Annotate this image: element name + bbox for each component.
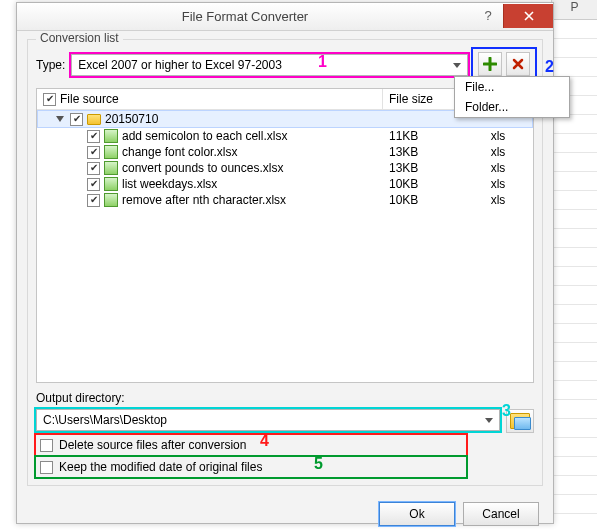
checkbox[interactable] xyxy=(40,439,53,452)
file-name: remove after nth character.xlsx xyxy=(122,193,286,207)
excel-icon xyxy=(104,177,118,191)
checkbox[interactable] xyxy=(40,461,53,474)
output-directory-dropdown[interactable]: C:\Users\Mars\Desktop xyxy=(36,409,500,431)
add-button[interactable] xyxy=(478,52,502,76)
group-title: Conversion list xyxy=(36,31,123,45)
output-label: Output directory: xyxy=(36,391,534,405)
file-name: change font color.xlsx xyxy=(122,145,237,159)
menu-item-file[interactable]: File... xyxy=(455,77,569,97)
file-name: add semicolon to each cell.xlsx xyxy=(122,129,287,143)
row-checkbox[interactable] xyxy=(87,178,100,191)
file-output: xls xyxy=(463,145,533,159)
header-checkbox[interactable] xyxy=(43,93,56,106)
file-name: list weekdays.xlsx xyxy=(122,177,217,191)
tree-file-row[interactable]: convert pounds to ounces.xlsx 13KB xls xyxy=(37,160,533,176)
file-output: xls xyxy=(463,177,533,191)
tree-file-row[interactable]: change font color.xlsx 13KB xls xyxy=(37,144,533,160)
output-path: C:\Users\Mars\Desktop xyxy=(43,413,167,427)
column-header-p: P xyxy=(552,0,597,20)
keep-date-option[interactable]: Keep the modified date of original files xyxy=(36,457,466,477)
x-icon xyxy=(512,58,524,70)
type-value: Excel 2007 or higher to Excel 97-2003 xyxy=(78,58,281,72)
tree-file-row[interactable]: remove after nth character.xlsx 10KB xls xyxy=(37,192,533,208)
file-tree[interactable]: File source File size Out 20150710 xyxy=(36,88,534,383)
delete-label: Delete source files after conversion xyxy=(59,438,246,452)
row-checkbox[interactable] xyxy=(87,162,100,175)
titlebar: File Format Converter ? xyxy=(17,3,553,31)
excel-icon xyxy=(104,145,118,159)
type-dropdown[interactable]: Excel 2007 or higher to Excel 97-2003 xyxy=(71,54,468,76)
file-output: xls xyxy=(463,193,533,207)
folder-open-icon xyxy=(510,413,530,429)
file-name: convert pounds to ounces.xlsx xyxy=(122,161,283,175)
file-size: 10KB xyxy=(383,177,463,191)
row-checkbox[interactable] xyxy=(87,130,100,143)
ok-button[interactable]: Ok xyxy=(379,502,455,526)
remove-button[interactable] xyxy=(506,52,530,76)
help-button[interactable]: ? xyxy=(473,5,503,27)
header-size: File size xyxy=(383,89,463,109)
file-output: xls xyxy=(463,161,533,175)
chevron-down-icon xyxy=(453,63,461,68)
type-label: Type: xyxy=(36,58,65,72)
file-size: 10KB xyxy=(383,193,463,207)
chevron-down-icon xyxy=(485,418,493,423)
folder-icon xyxy=(87,114,101,125)
row-checkbox[interactable] xyxy=(70,113,83,126)
browse-button[interactable] xyxy=(506,409,534,433)
excel-icon xyxy=(104,129,118,143)
header-source: File source xyxy=(60,92,119,106)
file-size: 11KB xyxy=(383,129,463,143)
keepdate-label: Keep the modified date of original files xyxy=(59,460,262,474)
folder-name: 20150710 xyxy=(105,112,158,126)
row-checkbox[interactable] xyxy=(87,194,100,207)
close-button[interactable] xyxy=(503,4,553,28)
expand-icon[interactable] xyxy=(56,116,64,122)
menu-item-folder[interactable]: Folder... xyxy=(455,97,569,117)
cancel-button[interactable]: Cancel xyxy=(463,502,539,526)
add-dropdown-menu: File... Folder... xyxy=(454,76,570,118)
file-output: xls xyxy=(463,129,533,143)
plus-icon xyxy=(483,57,497,71)
excel-icon xyxy=(104,161,118,175)
file-size: 13KB xyxy=(383,161,463,175)
window-title: File Format Converter xyxy=(17,9,473,24)
tree-file-row[interactable]: list weekdays.xlsx 10KB xls xyxy=(37,176,533,192)
row-checkbox[interactable] xyxy=(87,146,100,159)
tree-file-row[interactable]: add semicolon to each cell.xlsx 11KB xls xyxy=(37,128,533,144)
excel-icon xyxy=(104,193,118,207)
delete-source-option[interactable]: Delete source files after conversion xyxy=(36,435,466,455)
file-size: 13KB xyxy=(383,145,463,159)
